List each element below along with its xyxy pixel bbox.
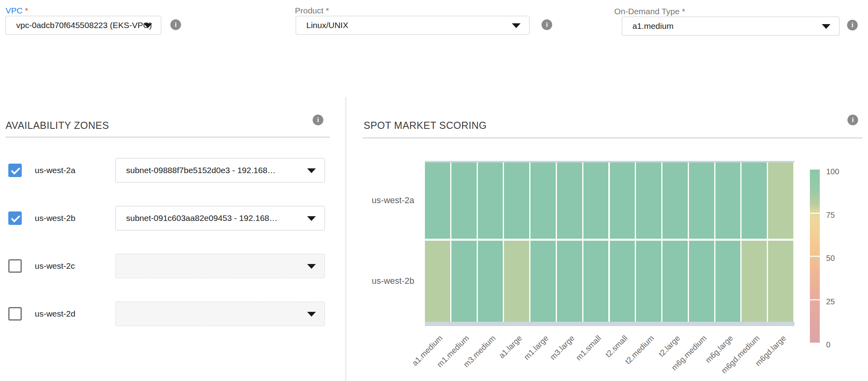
on-demand-type-select-value: a1.medium: [632, 21, 674, 31]
checkbox-us-west-2c[interactable]: [8, 259, 22, 273]
chevron-down-icon: [307, 264, 316, 269]
heatmap-cell-us-west-2a-m3.large: [557, 162, 582, 239]
az-rows: us-west-2asubnet-09888f7be5152d0e3 - 192…: [0, 158, 346, 326]
chevron-down-icon: [307, 168, 316, 173]
product-label: Product *: [295, 6, 329, 15]
heatmap-cell-us-west-2b-m1.large: [530, 241, 556, 322]
heatmap-cell-us-west-2a-t2.small: [610, 162, 635, 239]
heatmap-cell-us-west-2b-m1.medium: [451, 241, 477, 322]
heatmap-cell-us-west-2b-m6gd.large: [768, 241, 793, 322]
heatmap-cell-us-west-2a-a1.large: [504, 162, 529, 239]
zone-label-us-west-2c: us-west-2c: [35, 254, 75, 278]
heatmap-cell-us-west-2b-m3.medium: [478, 241, 503, 322]
on-demand-type-info-icon[interactable]: i: [847, 20, 858, 30]
colorbar-tick-50: [810, 256, 820, 257]
colorbar-tick-75: [810, 213, 820, 214]
az-row-us-west-2b: us-west-2bsubnet-091c603aa82e09453 - 192…: [0, 206, 340, 230]
heatmap-cell-us-west-2a-m6gd.large: [768, 162, 793, 239]
checkbox-us-west-2d[interactable]: [8, 307, 22, 321]
heatmap-cell-us-west-2b-m3.large: [557, 241, 582, 322]
product-select[interactable]: Linux/UNIX: [296, 16, 530, 35]
product-select-value: Linux/UNIX: [306, 21, 348, 30]
heatmap-row-label-us-west-2a: us-west-2a: [344, 195, 414, 206]
product-info-icon[interactable]: i: [542, 19, 552, 30]
heatmap-cell-us-west-2b-m6gd.medium: [742, 241, 767, 322]
heatmap-cell-us-west-2b-a1.large: [504, 241, 529, 322]
heatmap-cell-us-west-2a-a1.medium: [425, 162, 450, 239]
colorbar-label-50: 50: [826, 254, 854, 263]
heatmap-cell-us-west-2a-t2.medium: [636, 162, 661, 239]
heatmap-cell-us-west-2b-m6g.large: [715, 241, 741, 322]
heatmap-cell-us-west-2b-t2.medium: [636, 241, 661, 322]
chevron-down-icon: [307, 312, 316, 317]
heatmap-grid: [425, 161, 794, 326]
heatmap-cell-us-west-2a-m6g.medium: [689, 162, 714, 239]
subnet-select-us-west-2a[interactable]: subnet-09888f7be5152d0e3 - 192.168…: [115, 158, 325, 183]
heatmap-cell-us-west-2a-m1.small: [583, 162, 609, 239]
spot-market-scoring-underline: [362, 138, 862, 138]
checkbox-us-west-2a[interactable]: [8, 164, 22, 177]
checkbox-us-west-2b[interactable]: [8, 211, 22, 225]
chevron-down-icon: [822, 24, 830, 29]
heatmap-row-label-us-west-2b: us-west-2b: [344, 276, 414, 286]
heatmap-cell-us-west-2a-m1.large: [530, 162, 556, 239]
heatmap-cell-us-west-2b-a1.medium: [425, 241, 450, 322]
chevron-down-icon: [307, 216, 316, 221]
availability-zones-info-icon[interactable]: i: [313, 115, 323, 125]
az-row-us-west-2a: us-west-2asubnet-09888f7be5152d0e3 - 192…: [0, 158, 340, 183]
colorbar-label-25: 25: [826, 297, 854, 306]
colorbar-label-75: 75: [826, 211, 854, 220]
vpc-label: VPC *: [6, 6, 28, 15]
chevron-down-icon: [143, 23, 152, 28]
subnet-select-us-west-2c[interactable]: [115, 254, 325, 278]
zone-label-us-west-2a: us-west-2a: [35, 158, 75, 183]
availability-zones-underline: [6, 137, 330, 138]
vpc-select[interactable]: vpc-0adcb70f645508223 (EKS-VPC): [6, 16, 161, 35]
chevron-down-icon: [512, 23, 521, 28]
heatmap-cell-us-west-2b-t2.large: [662, 241, 688, 322]
on-demand-type-select[interactable]: a1.medium: [622, 17, 840, 36]
colorbar-label-100: 100: [826, 167, 854, 176]
availability-zones-title: AVAILABILITY ZONES: [6, 120, 109, 131]
on-demand-type-label: On-Demand Type *: [614, 7, 685, 16]
heatmap-cell-us-west-2b-t2.small: [610, 241, 635, 322]
zone-label-us-west-2d: us-west-2d: [35, 302, 75, 326]
heatmap-cell-us-west-2a-m6gd.medium: [742, 162, 767, 239]
colorbar-tick-25: [810, 299, 820, 300]
spot-market-scoring-title: SPOT MARKET SCORING: [364, 120, 487, 131]
heatmap-cell-us-west-2a-m1.medium: [451, 162, 477, 239]
vpc-info-icon[interactable]: i: [170, 19, 181, 30]
heatmap-bottom-edge: [425, 322, 794, 326]
az-row-us-west-2d: us-west-2d: [0, 302, 340, 326]
heatmap-cell-us-west-2b-m1.small: [583, 241, 609, 322]
heatmap-cell-us-west-2b-m6g.medium: [689, 241, 714, 322]
heatmap-cell-us-west-2a-m6g.large: [715, 162, 741, 239]
heatmap-cell-us-west-2a-t2.large: [662, 162, 688, 239]
zone-label-us-west-2b: us-west-2b: [35, 206, 75, 230]
page: VPC * vpc-0adcb70f645508223 (EKS-VPC) i …: [0, 0, 868, 381]
subnet-select-us-west-2d[interactable]: [115, 302, 325, 326]
heatmap-cell-us-west-2a-m3.medium: [478, 162, 503, 239]
subnet-select-us-west-2b[interactable]: subnet-091c603aa82e09453 - 192.168…: [115, 206, 325, 230]
colorbar-label-0: 0: [826, 340, 854, 349]
az-row-us-west-2c: us-west-2c: [0, 254, 340, 278]
vpc-select-value: vpc-0adcb70f645508223 (EKS-VPC): [16, 21, 152, 30]
spot-market-scoring-info-icon[interactable]: i: [847, 115, 858, 125]
heatmap-colorbar: [810, 170, 820, 343]
